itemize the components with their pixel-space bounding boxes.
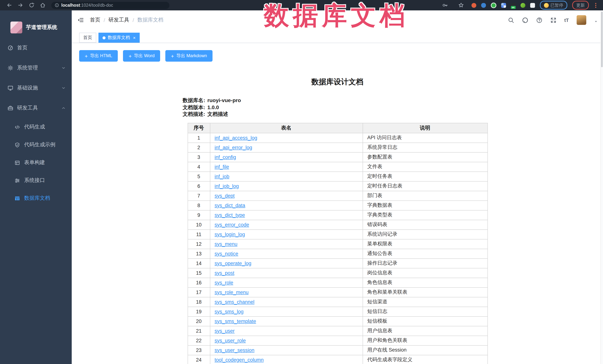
breadcrumb-separator: / — [133, 17, 134, 23]
forward-icon[interactable] — [17, 2, 23, 8]
sidebar-item[interactable]: 系统管理 — [0, 58, 72, 78]
update-button[interactable]: 更新 — [572, 1, 589, 10]
table-name-link[interactable]: sys_sms_channel — [215, 299, 255, 305]
plus-icon: + — [128, 53, 131, 58]
sidebar-submenu: 代码生成代码生成示例表单构建系统接口数据库文档 — [0, 118, 72, 207]
search-icon[interactable] — [508, 17, 514, 23]
help-icon[interactable] — [536, 17, 542, 23]
table-name-link[interactable]: sys_menu — [215, 241, 237, 247]
info-icon[interactable] — [55, 3, 59, 7]
refresh-icon[interactable] — [29, 2, 35, 8]
table-name-link[interactable]: sys_sms_log — [215, 309, 244, 314]
breadcrumb: 首页/研发工具/数据库文档 — [90, 17, 163, 23]
extension-icon[interactable] — [530, 3, 535, 8]
url-host: localhost — [61, 3, 80, 7]
sidebar-item[interactable]: 首页 — [0, 38, 72, 58]
table-name-cell: inf_job — [210, 172, 363, 181]
export-button[interactable]: +导出 HTML — [79, 50, 118, 62]
extension-icon[interactable]: on — [511, 3, 515, 8]
table-name-link[interactable]: tool_codegen_column — [215, 357, 264, 363]
table-name-link[interactable]: sys_operate_log — [215, 260, 251, 266]
table-name-link[interactable]: sys_sms_template — [215, 318, 256, 324]
user-avatar[interactable] — [577, 15, 586, 25]
table-name-link[interactable]: sys_dict_type — [215, 212, 245, 218]
table-name-link[interactable]: sys_role_menu — [215, 289, 249, 295]
table-name-link[interactable]: sys_user_role — [215, 338, 246, 343]
scrollbar[interactable] — [600, 11, 603, 364]
table-name-link[interactable]: sys_user — [215, 328, 235, 333]
extension-icon[interactable] — [481, 3, 486, 8]
sidebar-subitem[interactable]: 系统接口 — [0, 172, 72, 189]
table-name-link[interactable]: inf_job_log — [215, 183, 239, 189]
main-area: 首页/研发工具/数据库文档 tT 首页数据库文档× +导出 HTML+导出 Wo… — [72, 11, 603, 364]
breadcrumb-item[interactable]: 研发工具 — [108, 17, 129, 23]
update-label: 更新 — [576, 2, 585, 8]
row-index-cell: 12 — [188, 239, 210, 249]
github-icon[interactable] — [522, 17, 528, 23]
sidebar-item[interactable]: 研发工具 — [0, 98, 72, 118]
tab-active[interactable]: 数据库文档× — [98, 33, 140, 43]
table-name-cell: sys_sms_log — [210, 307, 363, 316]
table-name-link[interactable]: sys_login_log — [215, 232, 245, 237]
table-name-cell: tool_codegen_column — [210, 355, 363, 364]
table-row: 19sys_sms_log短信日志 — [188, 307, 487, 316]
browser-menu-icon[interactable] — [595, 5, 596, 6]
sidebar-subitem[interactable]: 数据库文档 — [0, 189, 72, 207]
row-index-cell: 1 — [188, 133, 210, 143]
key-icon[interactable] — [442, 2, 448, 8]
sidebar-subitem[interactable]: 代码生成 — [0, 118, 72, 136]
table-name-link[interactable]: sys_notice — [215, 251, 238, 256]
back-icon[interactable] — [6, 2, 12, 8]
breadcrumb-item[interactable]: 首页 — [90, 17, 100, 23]
extension-icon[interactable] — [501, 3, 506, 8]
table-desc-cell: 文件表 — [363, 162, 487, 172]
sidebar-subitem[interactable]: 表单构建 — [0, 154, 72, 172]
table-desc-cell: 角色信息表 — [363, 278, 487, 287]
font-size-icon[interactable]: tT — [564, 17, 569, 23]
table-row: 23sys_user_session用户在线 Session — [188, 345, 487, 355]
table-name-link[interactable]: sys_dept — [215, 193, 235, 199]
table-name-cell: sys_user — [210, 326, 363, 336]
url-path: :1024/tool/db-doc — [80, 3, 113, 7]
sidebar-toggle-icon[interactable] — [77, 17, 84, 23]
table-row: 4inf_file文件表 — [188, 162, 487, 172]
export-button[interactable]: +导出 Markdown — [165, 50, 212, 62]
table-name-link[interactable]: sys_post — [215, 270, 234, 276]
doc-meta-row: 数据库名:ruoyi-vue-pro — [183, 97, 487, 104]
table-name-cell: inf_config — [210, 152, 363, 162]
browser-home-icon[interactable] — [40, 2, 46, 8]
table-desc-cell: 短信模板 — [363, 316, 487, 326]
table-name-link[interactable]: sys_dict_data — [215, 202, 245, 208]
table-name-link[interactable]: sys_error_code — [215, 222, 249, 227]
sidebar-item-label: 系统管理 — [17, 65, 38, 71]
close-icon[interactable]: × — [133, 35, 136, 40]
scrollbar-thumb[interactable] — [601, 11, 603, 67]
extension-icon[interactable] — [520, 3, 525, 8]
table-name-link[interactable]: inf_api_error_log — [215, 144, 252, 150]
table-header-cell: 表名 — [210, 123, 363, 133]
address-bar[interactable]: localhost:1024/tool/db-doc — [51, 2, 169, 9]
extension-icon[interactable] — [471, 3, 476, 8]
export-button[interactable]: +导出 Word — [123, 50, 160, 62]
extension-icon[interactable] — [491, 2, 496, 8]
bookmark-star-icon[interactable] — [458, 2, 464, 8]
table-name-link[interactable]: inf_api_access_log — [215, 135, 257, 141]
sidebar-item[interactable]: 基础设施 — [0, 78, 72, 98]
app-title: 芋道管理系统 — [26, 24, 57, 31]
chevron-down-icon[interactable] — [594, 18, 598, 22]
table-name-link[interactable]: inf_config — [215, 154, 236, 160]
sidebar-subitem[interactable]: 代码生成示例 — [0, 136, 72, 154]
sidebar: 芋道管理系统 首页系统管理基础设施研发工具 代码生成代码生成示例表单构建系统接口… — [0, 11, 72, 364]
row-index-cell: 9 — [188, 210, 210, 220]
table-name-cell: sys_notice — [210, 249, 363, 258]
table-name-link[interactable]: sys_user_session — [215, 347, 255, 353]
paused-extension-badge[interactable]: 已暂停 — [540, 1, 567, 10]
row-index-cell: 4 — [188, 162, 210, 172]
table-name-link[interactable]: sys_role — [215, 280, 233, 285]
table-name-link[interactable]: inf_file — [215, 164, 229, 169]
tab-item[interactable]: 首页 — [79, 33, 96, 43]
db-doc: 数据库设计文档 数据库名:ruoyi-vue-pro文档版本:1.0.0文档描述… — [187, 77, 487, 364]
table-name-link[interactable]: inf_job — [215, 174, 229, 179]
row-index-cell: 15 — [188, 268, 210, 278]
fullscreen-icon[interactable] — [550, 17, 556, 23]
